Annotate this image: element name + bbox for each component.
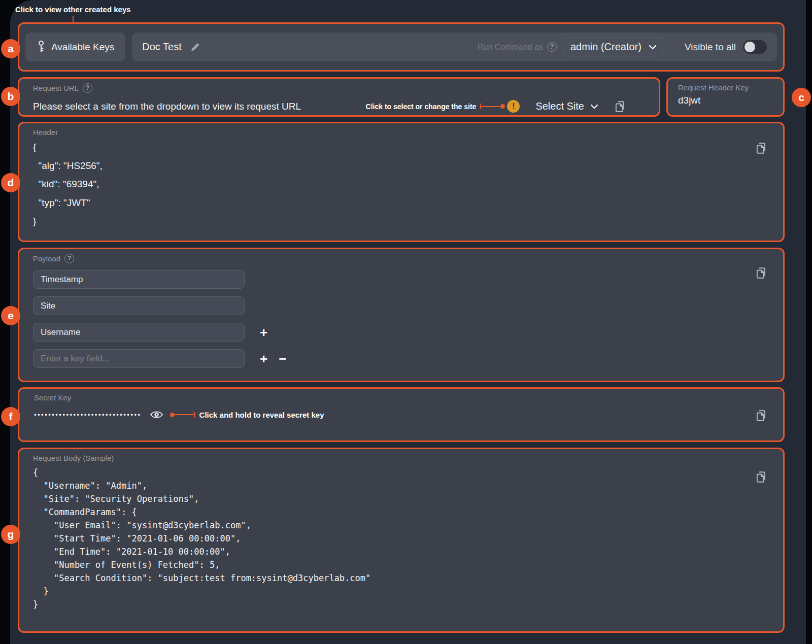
remove-field-button[interactable]: − [279, 352, 286, 365]
annotation-view-other-keys: Click to view other created keys [15, 5, 131, 14]
copy-request-url-button[interactable] [614, 100, 627, 113]
payload-field-new[interactable] [33, 349, 245, 368]
payload-field-site[interactable] [33, 296, 245, 315]
eye-icon[interactable] [150, 410, 163, 419]
chevron-down-icon [590, 104, 598, 109]
select-site-dropdown[interactable]: Select Site [526, 96, 598, 116]
secret-key-section: Secret Key •••••••••••••••••••••••••••••… [18, 387, 785, 442]
annotation-line-tick [194, 412, 195, 418]
marker-b: b [1, 87, 20, 106]
request-url-help-icon[interactable]: ? [83, 83, 92, 93]
jwt-header-section: Header { "alg": "HS256", "kid": "69394",… [18, 122, 785, 242]
toggle-knob [745, 42, 755, 52]
copy-icon [755, 142, 768, 155]
header-label: Header [33, 128, 58, 137]
key-name-value: Doc Test [142, 41, 181, 53]
copy-payload-button[interactable] [755, 266, 768, 280]
copy-header-button[interactable] [755, 142, 768, 155]
payload-label: Payload [33, 254, 60, 263]
edit-key-name-button[interactable] [190, 42, 200, 52]
copy-request-body-button[interactable] [755, 470, 768, 484]
marker-c: c [792, 88, 811, 107]
secret-key-label: Secret Key [34, 393, 71, 402]
marker-d: d [1, 173, 20, 192]
run-command-as-label: Run Command as [478, 43, 543, 52]
run-as-selected-value: admin (Creator) [570, 41, 641, 53]
pencil-icon [190, 42, 200, 52]
request-body-label: Request Body (Sample) [33, 454, 114, 462]
jwt-header-json: { "alg": "HS256", "kid": "69394", "typ":… [33, 138, 769, 231]
marker-e: e [1, 306, 20, 325]
request-url-label: Request URL [33, 84, 79, 92]
marker-f: f [1, 407, 20, 426]
copy-icon [755, 470, 768, 484]
request-header-key-section: Request Header Key d3jwt [666, 77, 785, 117]
add-field-button[interactable]: + [260, 326, 267, 339]
annotation-reveal-secret: Click and hold to reveal secret key [199, 411, 324, 419]
annotation-select-site: Click to select or change the site [366, 103, 477, 111]
run-as-dropdown[interactable]: admin (Creator) [564, 38, 663, 56]
annotation-dot [170, 413, 175, 417]
annotation-line [481, 106, 500, 107]
marker-a: a [1, 39, 20, 58]
visible-to-all-toggle[interactable] [743, 40, 767, 54]
available-keys-label: Available Keys [51, 42, 114, 53]
key-icon [37, 40, 46, 54]
annotation-line [175, 414, 194, 415]
request-url-section: Request URL ? Please select a site from … [18, 77, 660, 117]
copy-secret-key-button[interactable] [755, 409, 768, 422]
payload-help-icon[interactable]: ? [64, 254, 74, 263]
chevron-down-icon [649, 45, 657, 50]
request-header-key-label: Request Header Key [678, 83, 749, 92]
exclamation-icon: ! [507, 100, 520, 113]
request-body-section: Request Body (Sample) { "Username": "Adm… [18, 448, 785, 633]
run-command-as-help-icon[interactable]: ? [547, 42, 557, 52]
key-toolbar-section: Available Keys Doc Test Run Command as ?… [18, 22, 785, 72]
request-header-key-value: d3jwt [678, 95, 773, 106]
jwt-key-configuration-page: Click to view other created keys Availab… [0, 0, 812, 644]
request-url-message: Please select a site from the dropdown t… [33, 101, 301, 112]
add-field-button[interactable]: + [260, 352, 267, 365]
select-site-label: Select Site [535, 100, 584, 112]
annotation-dot [500, 104, 505, 109]
copy-icon [614, 100, 627, 113]
visible-to-all-label: Visible to all [685, 42, 736, 53]
available-keys-button[interactable]: Available Keys [25, 32, 125, 61]
copy-icon [755, 409, 768, 422]
key-detail-bar: Doc Test Run Command as ? admin (Creator… [132, 32, 777, 61]
payload-section: Payload ? + + − [18, 248, 785, 382]
copy-icon [755, 266, 768, 280]
payload-field-timestamp[interactable] [33, 270, 245, 289]
request-body-json: { "Username": "Admin", "Site": "Security… [33, 466, 769, 611]
marker-g: g [1, 525, 20, 544]
secret-key-masked-value: •••••••••••••••••••••••••••••• [34, 412, 142, 418]
payload-field-username[interactable] [33, 323, 245, 342]
